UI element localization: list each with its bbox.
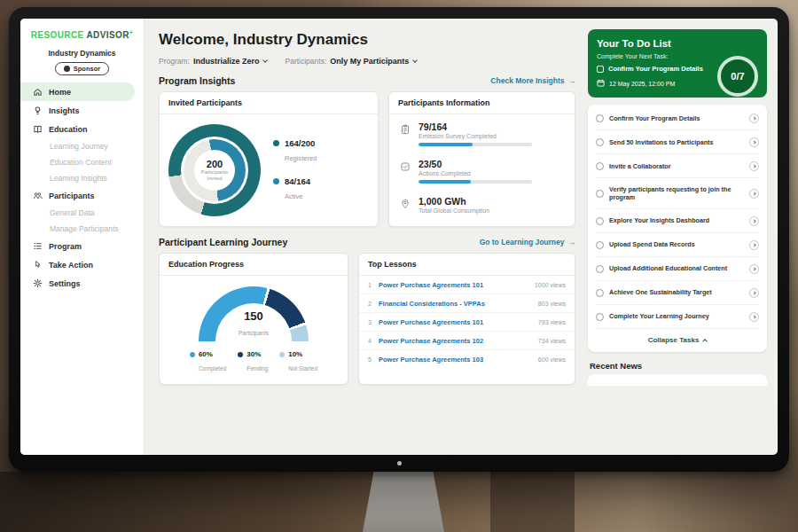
todo-task-row[interactable]: Invite a Collaborator [596,154,759,178]
sidebar-item-program[interactable]: Program [20,237,144,255]
todo-task-list: Confirm Your Program Details Send 50 Inv… [596,106,759,329]
task-checkbox[interactable] [596,217,604,225]
task-chevron-icon[interactable] [749,189,759,199]
logo-text-primary: RESOURCE [31,30,84,40]
next-task-row[interactable]: Confirm Your Program Details [597,65,716,73]
todo-task-row[interactable]: Verify participants requesting to join t… [596,178,759,209]
legend-label: Completed [199,365,226,372]
legend-value: 30% [246,350,268,358]
program-filter-dropdown[interactable]: Program: Industrialize Zero [159,57,267,66]
dashboard-screen: RESOURCE ADVISOR+ Industry Dynamics Spon… [20,19,778,455]
monitor-bezel: RESOURCE ADVISOR+ Industry Dynamics Spon… [9,7,789,472]
task-checkbox[interactable] [596,138,604,146]
todo-task-row[interactable]: Upload Additional Educational Content [596,257,759,281]
participants-icon [33,191,43,200]
lesson-link[interactable]: Financial Considerations - VPPAs [379,300,533,308]
org-name: Industry Dynamics [20,49,144,58]
task-chevron-icon[interactable] [749,264,759,274]
sidebar-item-general-data[interactable]: General Data [20,205,144,221]
sidebar-item-manage-participants[interactable]: Manage Participants [20,221,144,237]
task-chevron-icon[interactable] [749,113,759,123]
program-insights-header: Program Insights Check More Insights → [159,75,575,86]
app-logo: RESOURCE ADVISOR+ [20,29,144,40]
task-checkbox[interactable] [596,190,604,198]
task-chevron-icon[interactable] [749,216,759,226]
link-label: Go to Learning Journey [480,238,565,246]
todo-task-row[interactable]: Explore Your Insights Dashboard [596,209,759,233]
nav-label: Education Content [50,158,112,167]
nav-label: Take Action [49,261,93,270]
lesson-rank: 4 [368,338,379,344]
sidebar-item-education[interactable]: Education [20,120,144,138]
task-chevron-icon[interactable] [749,161,759,171]
legend-item-active: 84/164 Active [273,176,317,202]
task-chevron-icon[interactable] [749,288,759,298]
sidebar-item-insights[interactable]: Insights [20,101,144,120]
task-checkbox[interactable] [596,313,604,321]
lesson-row: 3 Power Purchase Agreements 101 793 view… [359,313,575,332]
education-progress-gauge-chart: 150 Participants [199,286,309,342]
location-pin-icon [400,197,411,207]
task-checkbox[interactable] [596,162,604,170]
task-chevron-icon[interactable] [749,137,759,147]
sidebar-item-learning-journey[interactable]: Learning Journey [20,138,144,154]
task-chevron-icon[interactable] [749,240,759,250]
sidebar-item-settings[interactable]: Settings [20,274,144,293]
task-checkbox[interactable] [596,114,604,122]
next-task-checkbox[interactable] [597,66,604,73]
donut-center: 200 Participants Invited [194,150,235,191]
task-label: Invite a Collaborator [609,162,744,170]
nav-label: Manage Participants [50,224,119,233]
go-to-learning-journey-link[interactable]: Go to Learning Journey → [480,238,575,246]
lesson-row: 5 Power Purchase Agreements 103 600 view… [359,350,575,368]
task-checkbox[interactable] [596,241,604,249]
next-task-due-date: 12 May 2025, 12:00 PM [609,81,675,87]
legend-label: Active [285,192,302,200]
lesson-link[interactable]: Power Purchase Agreements 103 [379,356,533,364]
todo-header-panel: Your To Do List Complete Your Next Task:… [588,29,767,98]
todo-progress-ring: 0/7 [717,56,758,97]
nav-label: Learning Journey [50,142,108,151]
task-label: Achieve One Sustainability Target [609,288,744,296]
next-task-label: Confirm Your Program Details [608,65,703,73]
program-filter-value: Industrialize Zero [193,57,260,66]
calendar-icon [597,79,605,88]
todo-task-row[interactable]: Send 50 Invitations to Participants [596,130,759,154]
lesson-link[interactable]: Power Purchase Agreements 101 [379,281,529,289]
stat-value: 23/50 [419,159,532,169]
card-title: Participants Information [389,92,575,114]
check-more-insights-link[interactable]: Check More Insights → [490,76,575,85]
lesson-link[interactable]: Power Purchase Agreements 102 [379,337,533,345]
task-chevron-icon[interactable] [749,312,759,322]
sidebar-item-participants[interactable]: Participants [20,186,144,205]
lesson-row: 2 Financial Considerations - VPPAs 803 v… [359,294,575,313]
todo-task-row[interactable]: Achieve One Sustainability Target [596,281,759,305]
stat-actions-completed: 23/50 Actions Completed [389,152,575,189]
nav-label: General Data [50,208,95,217]
sidebar-item-home[interactable]: Home [20,82,135,101]
sponsor-badge: Sponsor [55,62,109,75]
nav-label: Participants [49,192,95,200]
task-checkbox[interactable] [596,289,604,297]
main-content: Welcome, Industry Dynamics Program: Indu… [145,19,586,455]
stat-value: 1,000 GWh [419,196,489,207]
legend-item-completed: 60% Completed [190,350,226,374]
sidebar-item-take-action[interactable]: Take Action [20,255,144,274]
sidebar-item-education-content[interactable]: Education Content [20,154,144,170]
nav-label: Program [49,242,82,251]
todo-task-row[interactable]: Upload Spend Data Records [596,233,759,257]
participants-information-card: Participants Information 79/164 Emission… [388,91,575,227]
lesson-views: 600 views [538,356,566,363]
chevron-up-icon [702,339,708,344]
sidebar-item-learning-insights[interactable]: Learning Insights [20,170,144,186]
lesson-link[interactable]: Power Purchase Agreements 101 [379,318,533,326]
todo-task-row[interactable]: Complete Your Learning Journey [596,305,759,329]
participants-filter-dropdown[interactable]: Participants: Only My Participants [285,57,417,66]
task-label: Complete Your Learning Journey [609,312,744,320]
recent-news-title: Recent News [590,361,767,371]
task-checkbox[interactable] [596,265,604,273]
todo-task-row[interactable]: Confirm Your Program Details [596,106,759,130]
program-icon [33,241,43,251]
collapse-tasks-link[interactable]: Collapse Tasks [596,329,759,352]
sponsor-icon [64,66,70,72]
